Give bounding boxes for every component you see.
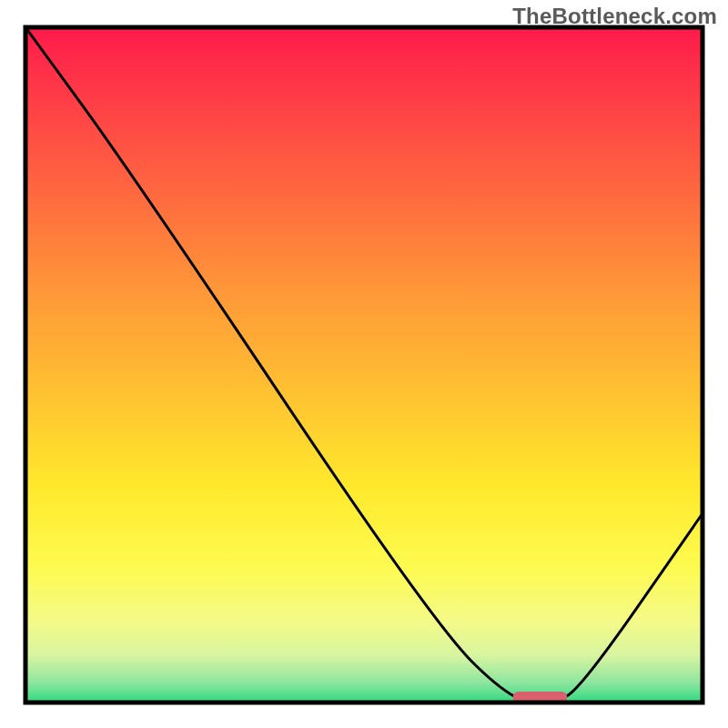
bottleneck-chart — [0, 0, 728, 728]
watermark-label: TheBottleneck.com — [512, 4, 717, 29]
chart-container: TheBottleneck.com — [0, 0, 728, 728]
plot-background — [25, 27, 703, 703]
